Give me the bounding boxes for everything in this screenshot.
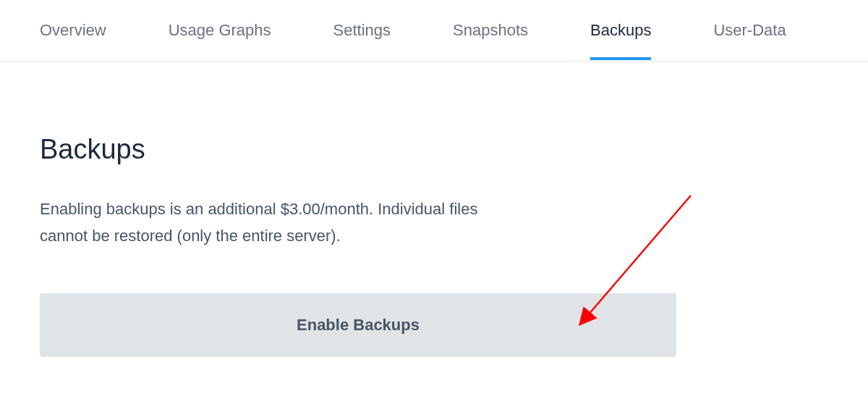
tab-snapshots[interactable]: Snapshots <box>453 1 528 60</box>
tab-backups[interactable]: Backups <box>590 1 651 60</box>
page-description: Enabling backups is an additional $3.00/… <box>40 196 503 250</box>
enable-backups-button[interactable]: Enable Backups <box>40 293 676 357</box>
page-title: Backups <box>40 134 828 165</box>
content-area: Backups Enabling backups is an additiona… <box>0 62 868 357</box>
tab-user-data[interactable]: User-Data <box>713 1 786 60</box>
tab-settings[interactable]: Settings <box>333 1 391 60</box>
tab-usage-graphs[interactable]: Usage Graphs <box>169 1 271 60</box>
tab-overview[interactable]: Overview <box>40 1 106 60</box>
tab-bar: Overview Usage Graphs Settings Snapshots… <box>0 0 868 62</box>
